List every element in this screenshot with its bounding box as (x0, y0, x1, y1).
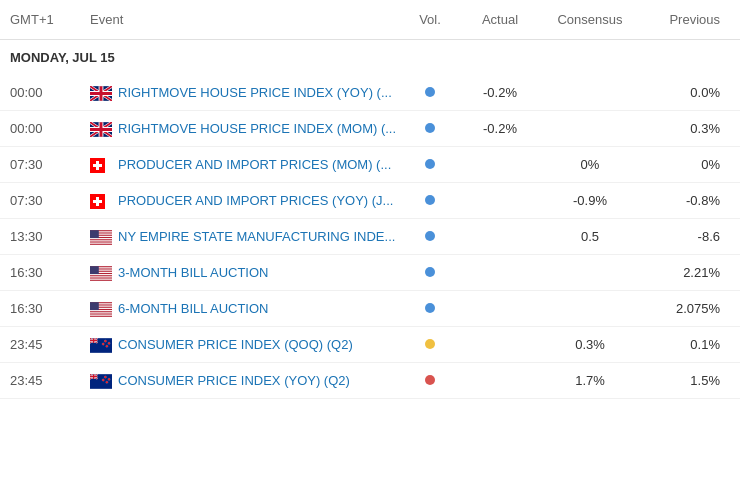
header-timezone: GMT+1 (10, 12, 90, 27)
event-vol (400, 85, 460, 100)
event-name[interactable]: NY EMPIRE STATE MANUFACTURING INDE... (118, 229, 395, 244)
header-event: Event (90, 12, 400, 27)
header-vol: Vol. (400, 12, 460, 27)
vol-dot (425, 231, 435, 241)
event-previous: -0.8% (640, 193, 730, 208)
svg-rect-13 (90, 240, 112, 241)
event-flag-name[interactable]: 6-MONTH BILL AUCTION (90, 301, 400, 316)
table-header: GMT+1 Event Vol. Actual Consensus Previo… (0, 0, 740, 40)
flag-icon (90, 86, 110, 100)
svg-rect-14 (90, 242, 112, 243)
vol-dot (425, 159, 435, 169)
table-row: 23:45 CONSUMER PRICE INDEX (QOQ) (Q2) 0.… (0, 327, 740, 363)
vol-dot (425, 195, 435, 205)
header-consensus: Consensus (540, 12, 640, 27)
event-time: 00:00 (10, 121, 90, 136)
event-vol (400, 229, 460, 244)
svg-rect-7 (93, 200, 102, 203)
svg-rect-30 (90, 314, 112, 315)
vol-dot (425, 87, 435, 97)
svg-rect-15 (90, 230, 99, 238)
vol-dot (425, 303, 435, 313)
event-name[interactable]: PRODUCER AND IMPORT PRICES (MOM) (... (118, 157, 391, 172)
event-previous: 1.5% (640, 373, 730, 388)
event-name[interactable]: 3-MONTH BILL AUCTION (118, 265, 268, 280)
event-previous: 0% (640, 157, 730, 172)
event-time: 16:30 (10, 301, 90, 316)
event-flag-name[interactable]: 3-MONTH BILL AUCTION (90, 265, 400, 280)
svg-rect-21 (90, 276, 112, 277)
svg-rect-12 (90, 238, 112, 239)
svg-point-35 (106, 345, 108, 347)
flag-icon (90, 338, 110, 352)
table-row: 00:00 RIGHTMOVE HOUSE PRICE INDEX (MOM) … (0, 111, 740, 147)
event-previous: 2.075% (640, 301, 730, 316)
table-row: 07:30 PRODUCER AND IMPORT PRICES (MOM) (… (0, 147, 740, 183)
event-time: 23:45 (10, 373, 90, 388)
svg-point-40 (106, 381, 108, 383)
event-vol (400, 301, 460, 316)
event-name[interactable]: RIGHTMOVE HOUSE PRICE INDEX (MOM) (... (118, 121, 396, 136)
svg-point-34 (108, 342, 110, 344)
svg-rect-22 (90, 278, 112, 279)
svg-rect-29 (90, 312, 112, 313)
table-row: 16:30 3-MONTH BILL AUCTION 2.21% (0, 255, 740, 291)
event-time: 13:30 (10, 229, 90, 244)
event-time: 07:30 (10, 193, 90, 208)
table-row: 00:00 RIGHTMOVE HOUSE PRICE INDEX (YOY) … (0, 75, 740, 111)
event-flag-name[interactable]: RIGHTMOVE HOUSE PRICE INDEX (YOY) (... (90, 85, 400, 100)
event-vol (400, 265, 460, 280)
event-time: 00:00 (10, 85, 90, 100)
event-time: 16:30 (10, 265, 90, 280)
event-name[interactable]: 6-MONTH BILL AUCTION (118, 301, 268, 316)
table-row: 13:30 NY EMPIRE STATE MANUFACTURING INDE… (0, 219, 740, 255)
event-vol (400, 121, 460, 136)
event-name[interactable]: PRODUCER AND IMPORT PRICES (YOY) (J... (118, 193, 393, 208)
event-actual: -0.2% (460, 85, 540, 100)
svg-rect-4 (93, 164, 102, 167)
vol-dot (425, 339, 435, 349)
flag-icon (90, 302, 110, 316)
event-flag-name[interactable]: PRODUCER AND IMPORT PRICES (MOM) (... (90, 157, 400, 172)
svg-rect-31 (90, 302, 99, 310)
event-previous: -8.6 (640, 229, 730, 244)
event-previous: 0.0% (640, 85, 730, 100)
svg-point-38 (104, 376, 106, 378)
svg-rect-20 (90, 274, 112, 275)
flag-icon (90, 158, 110, 172)
svg-rect-23 (90, 266, 99, 274)
event-vol (400, 193, 460, 208)
event-flag-name[interactable]: NY EMPIRE STATE MANUFACTURING INDE... (90, 229, 400, 244)
event-previous: 2.21% (640, 265, 730, 280)
event-name[interactable]: CONSUMER PRICE INDEX (YOY) (Q2) (118, 373, 350, 388)
event-consensus: 0.3% (540, 337, 640, 352)
flag-icon (90, 266, 110, 280)
event-name[interactable]: RIGHTMOVE HOUSE PRICE INDEX (YOY) (... (118, 85, 392, 100)
event-actual: -0.2% (460, 121, 540, 136)
flag-icon (90, 194, 110, 208)
event-name[interactable]: CONSUMER PRICE INDEX (QOQ) (Q2) (118, 337, 353, 352)
event-flag-name[interactable]: CONSUMER PRICE INDEX (YOY) (Q2) (90, 373, 400, 388)
flag-icon (90, 122, 110, 136)
event-previous: 0.1% (640, 337, 730, 352)
table-row: 23:45 CONSUMER PRICE INDEX (YOY) (Q2) 1.… (0, 363, 740, 399)
event-vol (400, 373, 460, 388)
event-flag-name[interactable]: PRODUCER AND IMPORT PRICES (YOY) (J... (90, 193, 400, 208)
svg-point-33 (104, 340, 106, 342)
svg-rect-28 (90, 310, 112, 311)
event-vol (400, 157, 460, 172)
svg-point-39 (108, 378, 110, 380)
section-title: MONDAY, JUL 15 (0, 40, 740, 75)
event-time: 07:30 (10, 157, 90, 172)
svg-point-41 (102, 378, 104, 380)
table-row: 07:30 PRODUCER AND IMPORT PRICES (YOY) (… (0, 183, 740, 219)
event-consensus: 1.7% (540, 373, 640, 388)
event-previous: 0.3% (640, 121, 730, 136)
event-consensus: 0.5 (540, 229, 640, 244)
event-flag-name[interactable]: CONSUMER PRICE INDEX (QOQ) (Q2) (90, 337, 400, 352)
svg-point-36 (102, 342, 104, 344)
event-vol (400, 337, 460, 352)
event-flag-name[interactable]: RIGHTMOVE HOUSE PRICE INDEX (MOM) (... (90, 121, 400, 136)
event-consensus: -0.9% (540, 193, 640, 208)
vol-dot (425, 267, 435, 277)
